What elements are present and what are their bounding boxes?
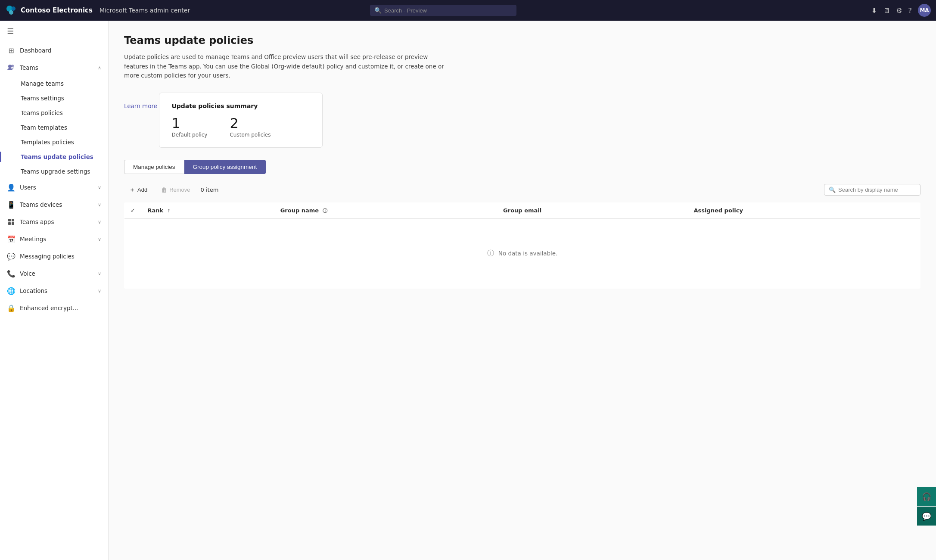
no-data-text: No data is available.: [498, 250, 558, 257]
teams-update-policies-label: Teams update policies: [21, 153, 93, 160]
table-search-icon: 🔍: [829, 187, 836, 193]
global-search[interactable]: 🔍: [370, 5, 516, 16]
table-search[interactable]: 🔍: [824, 184, 920, 196]
sidebar-item-locations[interactable]: 🌐 Locations ∨: [0, 282, 108, 299]
sidebar-item-manage-teams[interactable]: Manage teams: [0, 76, 108, 91]
th-group-name: Group name ⓘ: [274, 202, 497, 218]
summary-card-title: Update policies summary: [171, 103, 310, 109]
voice-chevron-icon: ∨: [98, 271, 101, 277]
tab-group-policy-assignment[interactable]: Group policy assignment: [184, 160, 266, 174]
download-icon[interactable]: ⬇: [871, 6, 877, 15]
avatar[interactable]: MA: [918, 4, 931, 17]
teams-settings-label: Teams settings: [21, 95, 64, 102]
stat-custom-policies: 2 Custom policies: [230, 116, 271, 138]
trash-icon: 🗑: [161, 187, 167, 193]
chat-button[interactable]: 💬: [917, 507, 936, 526]
group-name-label: Group name: [280, 207, 319, 214]
main-content: Teams update policies Update policies ar…: [109, 21, 936, 560]
brand: Contoso Electronics: [5, 4, 93, 16]
add-label: Add: [137, 187, 147, 193]
th-checkbox: ✓: [124, 202, 142, 218]
svg-point-2: [9, 10, 13, 15]
svg-rect-6: [12, 219, 14, 221]
svg-point-3: [8, 65, 12, 68]
sidebar-item-messaging-policies[interactable]: 💬 Messaging policies: [0, 248, 108, 265]
chat-icon: 💬: [922, 512, 931, 521]
voice-icon: 📞: [7, 269, 16, 278]
encrypt-icon: 🔒: [7, 304, 16, 312]
svg-rect-8: [12, 222, 14, 225]
search-input[interactable]: [384, 7, 512, 14]
sidebar-item-teams-upgrade-settings[interactable]: Teams upgrade settings: [0, 164, 108, 179]
meetings-icon: 📅: [7, 235, 16, 243]
templates-policies-label: Templates policies: [21, 139, 74, 146]
group-name-info-icon[interactable]: ⓘ: [323, 208, 327, 214]
no-data-message: ⓘ No data is available.: [131, 223, 914, 284]
help-icon[interactable]: ?: [908, 6, 912, 15]
sidebar-voice-label: Voice: [20, 270, 35, 277]
th-rank[interactable]: Rank ↑: [142, 202, 274, 218]
sidebar-teams-devices-label: Teams devices: [20, 201, 62, 208]
sidebar-item-teams-policies[interactable]: Teams policies: [0, 106, 108, 120]
remove-button[interactable]: 🗑 Remove: [156, 184, 195, 196]
table-header: ✓ Rank ↑ Group name ⓘ Group email Assign: [124, 202, 920, 218]
sidebar: ☰ ⊞ Dashboard Teams ∧ Manage teams: [0, 21, 109, 560]
sidebar-item-meetings[interactable]: 📅 Meetings ∨: [0, 230, 108, 248]
sidebar-item-teams-devices[interactable]: 📱 Teams devices ∨: [0, 196, 108, 213]
sidebar-users-label: Users: [20, 184, 36, 191]
headset-button[interactable]: 🎧: [917, 487, 936, 506]
add-button[interactable]: ＋ Add: [124, 184, 152, 196]
locations-icon: 🌐: [7, 286, 16, 295]
hamburger-button[interactable]: ☰: [0, 21, 108, 42]
no-data-cell: ⓘ No data is available.: [124, 218, 920, 288]
sidebar-item-dashboard[interactable]: ⊞ Dashboard: [0, 42, 108, 59]
summary-stats: 1 Default policy 2 Custom policies: [171, 116, 310, 138]
teams-apps-icon: [7, 218, 16, 226]
table-body: ⓘ No data is available.: [124, 218, 920, 288]
sidebar-locations-label: Locations: [20, 287, 47, 294]
teams-chevron-icon: ∧: [98, 65, 101, 71]
app-body: ☰ ⊞ Dashboard Teams ∧ Manage teams: [0, 21, 936, 560]
item-count: 0 item: [201, 187, 219, 193]
sidebar-item-label: Dashboard: [20, 47, 51, 54]
devices-chevron-icon: ∨: [98, 202, 101, 208]
display-icon[interactable]: 🖥: [883, 6, 890, 15]
stat-default-number: 1: [171, 116, 180, 130]
policy-tabs: Manage policies Group policy assignment: [124, 160, 920, 174]
summary-card: Update policies summary 1 Default policy…: [159, 93, 323, 148]
users-chevron-icon: ∨: [98, 185, 101, 190]
search-icon: 🔍: [374, 7, 382, 14]
stat-default-label: Default policy: [171, 132, 207, 138]
sidebar-item-teams-settings[interactable]: Teams settings: [0, 91, 108, 106]
sidebar-item-templates-policies[interactable]: Templates policies: [0, 135, 108, 149]
stat-default-policy: 1 Default policy: [171, 116, 207, 138]
apps-chevron-icon: ∨: [98, 219, 101, 225]
stat-custom-number: 2: [230, 116, 238, 130]
brand-name: Contoso Electronics: [21, 6, 93, 14]
sidebar-item-enhanced-encrypt[interactable]: 🔒 Enhanced encrypt...: [0, 299, 108, 317]
tab-manage-policies[interactable]: Manage policies: [124, 160, 184, 174]
sidebar-item-teams-apps[interactable]: Teams apps ∨: [0, 213, 108, 230]
sidebar-teams-apps-label: Teams apps: [20, 218, 54, 225]
th-assigned-policy: Assigned policy: [687, 202, 920, 218]
teams-devices-icon: 📱: [7, 200, 16, 209]
dashboard-icon: ⊞: [7, 46, 16, 55]
floating-buttons: 🎧 💬: [917, 487, 936, 526]
group-email-label: Group email: [503, 207, 541, 214]
sidebar-item-voice[interactable]: 📞 Voice ∨: [0, 265, 108, 282]
add-icon: ＋: [129, 186, 135, 194]
sidebar-item-team-templates[interactable]: Team templates: [0, 120, 108, 135]
table-search-input[interactable]: [838, 187, 916, 193]
settings-icon[interactable]: ⚙: [896, 6, 902, 15]
learn-more-link[interactable]: Learn more: [124, 103, 157, 109]
teams-subitems: Manage teams Teams settings Teams polici…: [0, 76, 108, 179]
sidebar-messaging-label: Messaging policies: [20, 253, 75, 260]
select-all-checkbox[interactable]: ✓: [131, 207, 135, 214]
teams-icon: [7, 63, 16, 72]
sidebar-item-teams-update-policies[interactable]: Teams update policies: [0, 149, 108, 164]
sidebar-item-teams[interactable]: Teams ∧: [0, 59, 108, 76]
rank-label: Rank: [148, 207, 164, 214]
toolbar: ＋ Add 🗑 Remove 0 item 🔍: [124, 184, 920, 196]
topnav-actions: ⬇ 🖥 ⚙ ? MA: [871, 4, 931, 17]
sidebar-item-users[interactable]: 👤 Users ∨: [0, 179, 108, 196]
